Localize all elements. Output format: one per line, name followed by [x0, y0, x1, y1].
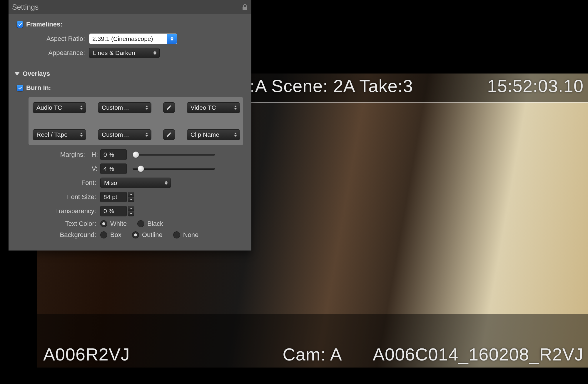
burnin-top-center-value: Custom…: [102, 104, 129, 111]
burnin-bottom-left-select[interactable]: Reel / Tape: [33, 129, 86, 140]
burnin-bottom-left: A006R2VJ: [43, 344, 130, 365]
text-color-white-radio[interactable]: [100, 220, 107, 227]
margins-label: Margins:: [17, 151, 89, 158]
text-color-label: Text Color:: [17, 220, 100, 228]
font-select[interactable]: Miso: [100, 178, 171, 188]
burnin-section: Burn In: Audio TC Custom… Video TC: [9, 80, 251, 251]
lock-icon[interactable]: [243, 4, 247, 10]
background-box-label: Box: [110, 231, 121, 239]
transparency-label: Transparency:: [17, 207, 100, 215]
font-label: Font:: [17, 179, 100, 187]
burnin-grid: Audio TC Custom… Video TC Reel / Tape: [29, 97, 243, 145]
background-label: Background:: [17, 231, 100, 239]
chevron-updown-icon: [145, 133, 148, 137]
chevron-updown-icon: [165, 181, 168, 185]
chevron-updown-icon: [153, 51, 156, 55]
burnin-top-center-select[interactable]: Custom…: [98, 102, 151, 113]
burnin-checkbox[interactable]: [17, 85, 23, 91]
background-none-label: None: [183, 231, 199, 239]
chevron-updown-icon: [234, 133, 237, 137]
burnin-bottom-center-value: Custom…: [102, 131, 129, 138]
burnin-bottom-right-select[interactable]: Clip Name: [187, 129, 240, 140]
margin-h-input[interactable]: 0 %: [100, 149, 127, 160]
chevron-updown-icon: [167, 34, 177, 44]
chevron-updown-icon: [234, 106, 237, 110]
font-size-label: Font Size:: [17, 193, 100, 201]
margin-v-slider[interactable]: [133, 163, 215, 174]
chevron-updown-icon: [80, 133, 83, 137]
overlays-disclosure[interactable]: Overlays: [9, 66, 251, 80]
framelines-label: Framelines:: [26, 21, 63, 28]
aspect-ratio-select[interactable]: 2.39:1 (Cinemascope): [89, 34, 177, 44]
text-color-black-label: Black: [147, 220, 163, 228]
font-size-input[interactable]: 84 pt: [100, 192, 127, 202]
framelines-checkbox[interactable]: [17, 21, 23, 28]
settings-header: Settings: [9, 0, 251, 14]
framelines-section: Framelines: Aspect Ratio: 2.39:1 (Cinema…: [9, 14, 251, 66]
transparency-input[interactable]: 0 %: [100, 206, 127, 216]
frameline-bottom: [37, 314, 588, 314]
disclosure-triangle-icon: [14, 72, 20, 76]
aspect-ratio-value: 2.39:1 (Cinemascope): [89, 34, 167, 44]
burnin-top-left-value: Audio TC: [36, 104, 62, 111]
chevron-updown-icon: [80, 106, 83, 110]
overlays-label: Overlays: [23, 70, 50, 78]
burnin-top-right: 15:52:03.10: [487, 76, 584, 96]
appearance-label: Appearance:: [17, 49, 89, 57]
burnin-label: Burn In:: [26, 84, 51, 92]
burnin-top-right-select[interactable]: Video TC: [187, 102, 240, 113]
font-size-stepper[interactable]: [128, 192, 134, 202]
font-value: Miso: [104, 179, 117, 186]
appearance-value: Lines & Darken: [93, 49, 135, 56]
aspect-ratio-label: Aspect Ratio:: [17, 35, 89, 43]
burnin-top-left-select[interactable]: Audio TC: [33, 102, 86, 113]
burnin-bottom-right-value: Clip Name: [191, 131, 219, 138]
margin-v-input[interactable]: 4 %: [100, 163, 127, 174]
burnin-bottom-left-value: Reel / Tape: [36, 131, 68, 138]
text-color-black-radio[interactable]: [137, 220, 144, 227]
margin-v-label: V:: [89, 165, 100, 173]
appearance-select[interactable]: Lines & Darken: [89, 48, 160, 58]
burnin-top-center-edit-button[interactable]: [163, 102, 175, 113]
transparency-stepper[interactable]: [128, 206, 134, 216]
burnin-bottom-right: A006C014_160208_R2VJ: [373, 344, 584, 365]
margin-h-slider[interactable]: [133, 149, 215, 160]
burnin-top-right-value: Video TC: [191, 104, 216, 111]
settings-panel: Settings Framelines: Aspect Ratio: 2.39:…: [9, 0, 251, 251]
background-outline-radio[interactable]: [132, 231, 139, 238]
burnin-bottom-center: Cam: A: [283, 344, 342, 365]
burnin-bottom-center-select[interactable]: Custom…: [98, 129, 151, 140]
burnin-bottom-center-edit-button[interactable]: [163, 129, 175, 140]
background-box-radio[interactable]: [100, 231, 107, 238]
settings-title: Settings: [12, 3, 39, 11]
text-color-white-label: White: [110, 220, 127, 228]
background-outline-label: Outline: [142, 231, 163, 239]
background-none-radio[interactable]: [173, 231, 180, 238]
margin-h-label: H:: [89, 151, 100, 158]
chevron-updown-icon: [145, 106, 148, 110]
